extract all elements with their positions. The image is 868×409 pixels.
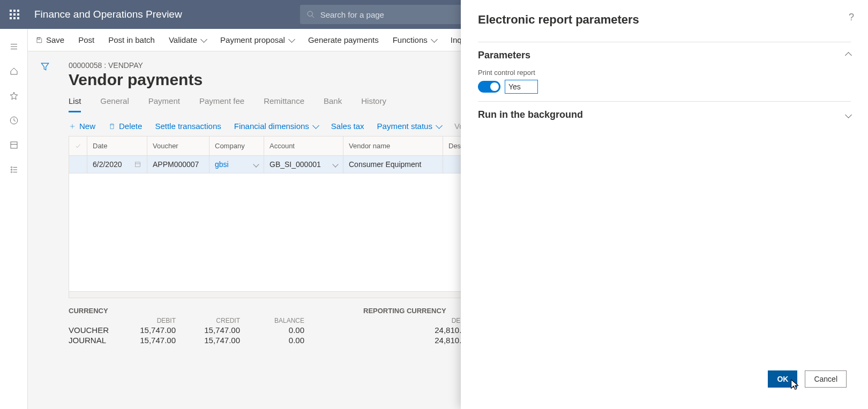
delete-button[interactable]: Delete	[108, 122, 142, 131]
cell-account[interactable]: GB_SI_000001	[264, 156, 343, 173]
chevron-down-icon	[312, 122, 319, 129]
cell-company[interactable]: gbsi	[209, 156, 264, 173]
chevron-up-icon	[845, 52, 852, 59]
tab-history[interactable]: History	[361, 96, 386, 112]
svg-rect-19	[135, 162, 140, 167]
chevron-down-icon	[431, 36, 438, 43]
left-nav-rail	[0, 29, 28, 409]
select-all-checkbox[interactable]	[69, 137, 87, 155]
plus-icon	[69, 123, 76, 130]
chevron-down-icon[interactable]	[253, 161, 259, 167]
col-account[interactable]: Account	[264, 137, 343, 155]
col-company[interactable]: Company	[209, 137, 264, 155]
post-button[interactable]: Post	[78, 35, 94, 44]
chevron-down-icon	[845, 111, 852, 118]
tab-payment[interactable]: Payment	[148, 96, 180, 112]
col-date[interactable]: Date	[87, 137, 147, 155]
home-icon[interactable]	[0, 59, 28, 84]
generate-payments-button[interactable]: Generate payments	[308, 35, 379, 44]
chevron-down-icon[interactable]	[332, 161, 338, 167]
post-batch-button[interactable]: Post in batch	[108, 35, 155, 44]
calendar-icon[interactable]	[134, 161, 141, 168]
horizontal-scrollbar[interactable]	[69, 291, 507, 298]
table-row[interactable]: 6/2/2020 APPM000007 gbsi GB_SI_000001 Co…	[69, 156, 507, 173]
summary-currency-label: CURRENCY	[69, 307, 304, 315]
summary-row-voucher: VOUCHER 15,747.00 15,747.00 0.00	[69, 325, 304, 335]
star-icon[interactable]	[0, 84, 28, 108]
payments-grid: Date Voucher Company Account Vendor name…	[69, 136, 508, 298]
settle-button[interactable]: Settle transactions	[155, 122, 221, 131]
section-parameters-header[interactable]: Parameters	[478, 50, 851, 61]
chevron-down-icon	[288, 36, 295, 43]
trash-icon	[108, 123, 116, 130]
functions-button[interactable]: Functions	[393, 35, 437, 44]
payment-proposal-button[interactable]: Payment proposal	[220, 35, 294, 44]
payment-status-button[interactable]: Payment status	[377, 122, 442, 131]
tab-list[interactable]: List	[69, 96, 81, 112]
print-control-report-label: Print control report	[478, 69, 851, 77]
chevron-down-icon	[436, 122, 443, 129]
filter-icon[interactable]	[40, 61, 50, 73]
search-icon	[306, 10, 315, 19]
grid-header: Date Voucher Company Account Vendor name…	[69, 137, 507, 156]
svg-line-7	[14, 120, 16, 122]
chevron-down-icon	[200, 36, 207, 43]
section-run-background-header[interactable]: Run in the background	[478, 109, 851, 120]
app-launcher-icon[interactable]	[0, 0, 29, 29]
print-control-toggle[interactable]	[478, 81, 500, 93]
cancel-button[interactable]: Cancel	[805, 370, 847, 388]
svg-point-10	[11, 166, 12, 168]
search-placeholder: Search for a page	[320, 10, 384, 19]
ok-button[interactable]: OK	[768, 370, 797, 388]
svg-point-14	[11, 171, 12, 172]
cell-voucher[interactable]: APPM000007	[147, 156, 209, 173]
save-button[interactable]: Save	[35, 35, 64, 44]
dialog-title: Electronic report parameters	[478, 13, 851, 27]
summary-row-journal: JOURNAL 15,747.00 15,747.00 0.00	[69, 336, 304, 345]
svg-rect-16	[38, 37, 40, 39]
col-vendor-name[interactable]: Vendor name	[343, 137, 443, 155]
section-run-background: Run in the background	[478, 101, 851, 128]
section-parameters: Parameters Print control report	[478, 42, 851, 101]
dialog-panel: ? Electronic report parameters Parameter…	[461, 0, 868, 409]
tab-payment-fee[interactable]: Payment fee	[199, 96, 244, 112]
recent-icon[interactable]	[0, 108, 28, 133]
cell-date[interactable]: 6/2/2020	[87, 156, 147, 173]
tab-general[interactable]: General	[100, 96, 129, 112]
financial-dimensions-button[interactable]: Financial dimensions	[234, 122, 318, 131]
sales-tax-button[interactable]: Sales tax	[331, 122, 364, 131]
help-icon[interactable]: ?	[849, 12, 854, 23]
new-button[interactable]: New	[69, 122, 95, 131]
workspace-icon[interactable]	[0, 133, 28, 157]
save-icon	[35, 36, 43, 44]
validate-button[interactable]: Validate	[169, 35, 206, 44]
svg-point-12	[11, 169, 12, 170]
search-input[interactable]: Search for a page	[300, 5, 472, 24]
app-title: Finance and Operations Preview	[34, 9, 182, 20]
col-voucher[interactable]: Voucher	[147, 137, 209, 155]
tab-bank[interactable]: Bank	[324, 96, 342, 112]
svg-rect-8	[11, 142, 17, 148]
svg-point-0	[308, 11, 312, 16]
modules-icon[interactable]	[0, 157, 28, 182]
print-control-value[interactable]	[505, 80, 538, 94]
tab-remittance[interactable]: Remittance	[264, 96, 304, 112]
svg-line-1	[312, 16, 314, 18]
menu-icon[interactable]	[0, 34, 28, 59]
cell-vendor-name[interactable]: Consumer Equipment	[343, 156, 443, 173]
